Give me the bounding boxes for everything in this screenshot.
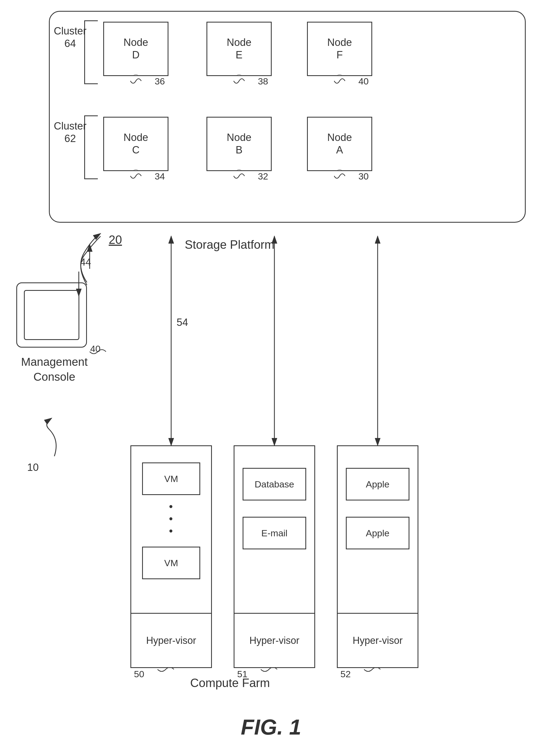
vm-dots: ••• xyxy=(131,500,211,537)
ref-10: 10 xyxy=(27,462,39,473)
cluster64-bracket xyxy=(84,20,98,84)
email-box: E-mail xyxy=(242,517,306,549)
fig-label: FIG. 1 xyxy=(241,715,301,740)
management-console-box xyxy=(16,282,87,348)
node-c-number: 34 xyxy=(154,171,165,182)
server-52-box: Apple Apple Hyper-visor 52 xyxy=(337,445,418,668)
node-d-number: 36 xyxy=(154,76,165,87)
compute-farm-label: Compute Farm xyxy=(190,676,270,690)
node-a-label: NodeA xyxy=(328,131,352,156)
vm-bottom-box: VM xyxy=(142,547,200,579)
cluster62-bracket xyxy=(84,115,98,179)
node-b-label: NodeB xyxy=(227,131,251,156)
node-d-box: NodeD 36 xyxy=(103,22,168,76)
node-a-box: NodeA 30 xyxy=(307,117,372,171)
database-box: Database xyxy=(242,468,306,500)
node-e-number: 38 xyxy=(258,76,268,87)
node-f-box: NodeF 40 xyxy=(307,22,372,76)
node-e-label: NodeE xyxy=(227,36,251,61)
node-b-box: NodeB 32 xyxy=(206,117,272,171)
mc-number: 40 xyxy=(90,344,100,354)
node-f-number: 40 xyxy=(358,76,369,87)
server-51-box: Database E-mail Hyper-visor 51 xyxy=(234,445,315,668)
apple-top-box: Apple xyxy=(346,468,410,500)
hypervisor-52: Hyper-visor xyxy=(338,613,418,667)
hypervisor-51: Hyper-visor xyxy=(234,613,314,667)
hypervisor-50: Hyper-visor xyxy=(131,613,211,667)
vm-top-box: VM xyxy=(142,462,200,495)
server-52-number: 52 xyxy=(341,669,351,679)
node-c-box: NodeC 34 xyxy=(103,117,168,171)
storage-platform-number: 20 xyxy=(109,233,122,247)
storage-platform-label: Storage Platform xyxy=(185,238,275,251)
node-e-box: NodeE 38 xyxy=(206,22,272,76)
arrow-44-label: 44 xyxy=(80,257,91,268)
apple-bottom-box: Apple xyxy=(346,517,410,549)
svg-text:54: 54 xyxy=(176,317,188,328)
node-c-label: NodeC xyxy=(124,131,148,156)
cluster64-label: Cluster 64 xyxy=(54,25,86,50)
management-console-label: ManagementConsole xyxy=(5,355,103,384)
cluster62-label: Cluster 62 xyxy=(54,120,86,145)
management-console-inner xyxy=(24,290,79,340)
node-a-number: 30 xyxy=(358,171,369,182)
server-50-number: 50 xyxy=(134,669,144,679)
node-d-label: NodeD xyxy=(124,36,148,61)
node-b-number: 32 xyxy=(258,171,268,182)
server-50-box: VM ••• VM Hyper-visor 50 xyxy=(130,445,212,668)
node-f-label: NodeF xyxy=(328,36,352,61)
